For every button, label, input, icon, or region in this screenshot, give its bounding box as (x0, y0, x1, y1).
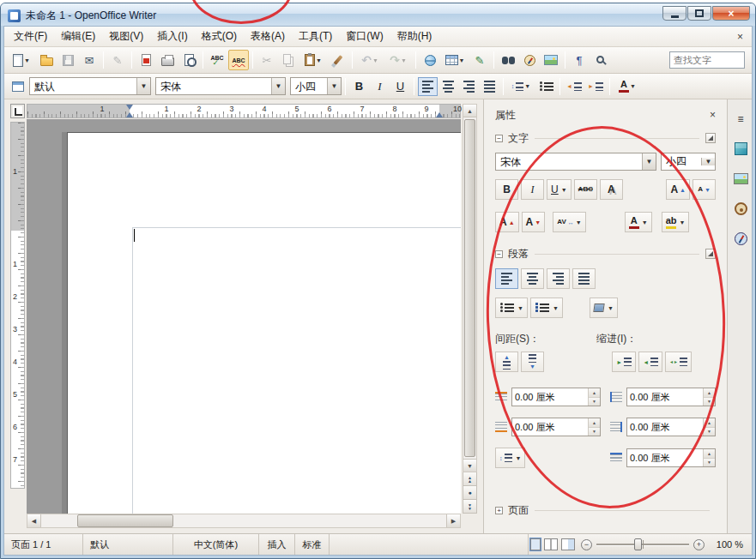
maximize-button[interactable] (687, 6, 711, 21)
section-paragraph-header[interactable]: − 段落 (495, 246, 716, 261)
paragraph-background-button[interactable]: ▼ (590, 298, 618, 318)
spin-up-icon[interactable]: ▲ (704, 449, 715, 459)
superscript-button[interactable]: A▲ (495, 212, 519, 232)
hyperlink-button[interactable] (420, 50, 440, 70)
panel-shadow-button[interactable]: A (600, 179, 623, 200)
scroll-up-icon[interactable]: ▲ (463, 105, 476, 117)
font-name-combobox[interactable]: 宋体 ▼ (155, 77, 286, 95)
panel-align-justify-button[interactable] (572, 268, 596, 289)
status-insert-mode[interactable]: 插入 (259, 534, 295, 555)
scroll-right-icon[interactable]: ▶ (446, 514, 460, 527)
menu-file[interactable]: 文件(F) (7, 27, 54, 46)
decrease-spacing-button[interactable]: ▼ (521, 352, 544, 372)
spinner-buttons[interactable]: ▲▼ (703, 388, 715, 406)
zoom-percentage[interactable]: 100 % (709, 539, 752, 550)
spin-up-icon[interactable]: ▲ (704, 418, 715, 428)
nonprinting-characters-button[interactable]: ¶ (569, 50, 590, 70)
vertical-scroll-thumb[interactable] (464, 119, 475, 457)
horizontal-ruler[interactable]: 1 1 2 3 4 5 6 7 8 9 10 (27, 104, 461, 118)
panel-font-name-combobox[interactable]: 宋体 ▼ (495, 153, 656, 171)
menu-window[interactable]: 窗口(W) (339, 27, 390, 46)
panel-font-color-button[interactable]: A▼ (625, 212, 652, 232)
panel-font-name-dropdown-icon[interactable]: ▼ (642, 153, 656, 170)
styles-window-button[interactable] (8, 76, 28, 97)
menu-format[interactable]: 格式(O) (195, 27, 244, 46)
align-center-button[interactable] (438, 77, 458, 96)
view-single-page-button[interactable] (530, 538, 541, 550)
open-button[interactable] (36, 50, 57, 70)
zoom-out-button[interactable]: − (581, 539, 592, 550)
next-page-button[interactable]: ▼ ▼ (463, 500, 477, 514)
panel-font-size-combobox[interactable]: 小四 ▼ (661, 153, 716, 171)
status-selection-mode[interactable]: 标准 (295, 534, 330, 555)
styles-tab-button[interactable] (730, 228, 752, 249)
status-language[interactable]: 中文(简体) (173, 534, 259, 555)
view-book-button[interactable] (561, 538, 575, 550)
draw-functions-button[interactable]: ✎ (469, 50, 490, 70)
vertical-scrollbar[interactable]: ▲ ▼ (463, 104, 477, 472)
scroll-down-icon[interactable]: ▼ (463, 459, 476, 472)
expand-icon[interactable]: + (495, 507, 503, 514)
panel-increase-indent-button[interactable]: ► (612, 352, 636, 372)
previous-page-button[interactable]: ▲ ▲ (463, 472, 477, 486)
font-size-dropdown-icon[interactable]: ▼ (327, 78, 341, 94)
menu-help[interactable]: 帮助(H) (390, 27, 439, 46)
close-button[interactable]: × (712, 6, 750, 21)
spacing-above-input[interactable] (512, 388, 588, 406)
navigation-dot-button[interactable]: ● (463, 486, 477, 500)
autospellcheck-button[interactable]: ABC (228, 50, 249, 70)
undo-button[interactable]: ↶▼ (356, 50, 384, 70)
zoom-slider[interactable] (596, 538, 689, 551)
edit-file-button[interactable]: ✎ (107, 50, 128, 70)
panel-bullets-button[interactable]: ▼ (495, 298, 528, 318)
gallery-tab-button[interactable] (730, 168, 752, 189)
spacing-below-input[interactable] (512, 418, 588, 436)
navigator-button[interactable] (519, 50, 540, 70)
panel-close-icon[interactable]: × (710, 109, 716, 121)
spin-down-icon[interactable]: ▼ (704, 428, 715, 436)
bullet-list-button[interactable] (535, 76, 556, 97)
panel-decrease-indent-button[interactable]: ◄ (638, 352, 662, 372)
section-text-header[interactable]: − 文字 (495, 130, 716, 146)
decrease-indent-button[interactable]: ◄ (564, 76, 584, 97)
horizontal-scroll-thumb[interactable] (77, 514, 173, 527)
document-close-icon[interactable]: × (737, 31, 743, 43)
text-dialog-launcher-icon[interactable] (705, 133, 716, 143)
increase-spacing-button[interactable]: ▲ (495, 352, 518, 372)
menu-table[interactable]: 表格(A) (244, 27, 292, 46)
increase-font-button[interactable]: A▲ (666, 179, 690, 200)
line-spacing-button[interactable]: ↕▼ (507, 76, 535, 97)
export-pdf-button[interactable] (136, 50, 156, 70)
font-size-combobox[interactable]: 小四 ▼ (290, 77, 342, 95)
spellcheck-button[interactable]: ABC (207, 50, 227, 70)
first-line-indent-marker[interactable] (126, 105, 133, 110)
align-justify-button[interactable] (480, 77, 499, 96)
sidebar-menu-button[interactable]: ≡ (730, 108, 752, 129)
left-indent-marker[interactable] (126, 112, 133, 117)
zoom-in-button[interactable]: + (693, 539, 705, 550)
insert-table-button[interactable]: ▼ (441, 50, 469, 70)
panel-strikethrough-button[interactable]: ABC (574, 179, 597, 200)
document-page[interactable] (67, 132, 461, 514)
panel-numbering-button[interactable]: ▼ (530, 298, 563, 318)
align-left-button[interactable] (418, 77, 438, 96)
spin-down-icon[interactable]: ▼ (704, 459, 715, 467)
menu-edit[interactable]: 编辑(E) (54, 27, 102, 46)
redo-button[interactable]: ↷▼ (384, 50, 412, 70)
zoom-slider-thumb[interactable] (634, 538, 642, 550)
gallery-button[interactable] (541, 50, 561, 70)
find-text-input[interactable] (669, 51, 745, 69)
character-spacing-button[interactable]: AV↔▼ (553, 212, 585, 232)
copy-button[interactable] (278, 50, 299, 70)
spinner-buttons[interactable]: ▲▼ (703, 449, 715, 466)
panel-align-left-button[interactable] (495, 268, 518, 289)
minimize-button[interactable] (662, 6, 686, 21)
new-document-button[interactable]: ▼ (8, 50, 35, 70)
horizontal-scrollbar[interactable]: ◀ ▶ (27, 514, 461, 528)
app-icon[interactable] (8, 9, 21, 22)
view-multi-page-button[interactable] (544, 538, 558, 550)
spinner-buttons[interactable]: ▲▼ (588, 418, 600, 436)
tab-stop-selector[interactable] (10, 104, 25, 118)
increase-indent-button[interactable]: ► (585, 76, 606, 97)
panel-italic-button[interactable]: I (521, 179, 544, 200)
